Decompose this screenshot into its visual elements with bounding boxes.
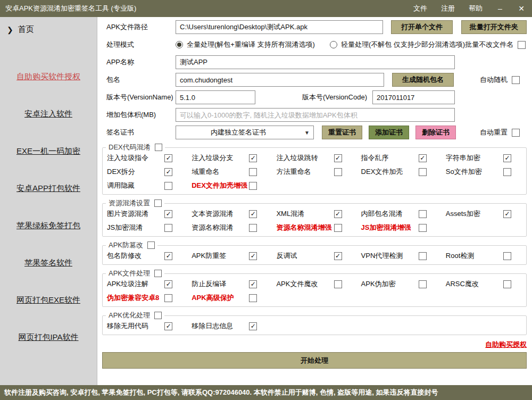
group-file-option-2: APK文件魔改 — [272, 278, 356, 290]
group-opt-enable-checkbox[interactable] — [154, 312, 162, 319]
group-file-option-1-checkbox[interactable] — [249, 280, 257, 288]
group-file-option-6-checkbox[interactable] — [249, 294, 257, 302]
sidebar-item-3[interactable]: 安卓APP打包软件 — [0, 170, 97, 207]
group-res-option-0-checkbox[interactable] — [164, 210, 172, 218]
group-opt-option-0: 移除无用代码 — [103, 320, 187, 332]
menu-item-2[interactable]: 帮助 — [462, 4, 489, 13]
start-process-button[interactable]: 开始处理 — [102, 352, 527, 369]
version-name-input[interactable] — [176, 90, 255, 104]
group-file-option-2-label: APK文件魔改 — [276, 279, 318, 289]
menu-item-1[interactable]: 注册 — [434, 4, 462, 13]
group-opt-option-0-label: 移除无用代码 — [107, 321, 148, 331]
sidebar-item-1[interactable]: 安卓注入软件 — [0, 95, 97, 132]
group-dex-option-0-checkbox[interactable] — [164, 154, 172, 162]
group-dex-title: DEX代码混淆 — [109, 143, 151, 152]
group-tamper-option-1-checkbox[interactable] — [249, 252, 257, 260]
group-file-option-3-checkbox[interactable] — [419, 280, 427, 288]
group-res-option-3-checkbox[interactable] — [419, 210, 427, 218]
minimize-button[interactable]: – — [489, 0, 511, 17]
certificate-selected-value: 内建独立签名证书 — [176, 128, 301, 137]
delete-cert-button[interactable]: 删除证书 — [415, 126, 456, 139]
add-cert-button[interactable]: 添加证书 — [369, 126, 409, 139]
batch-keep-name-label: 批量不改文件名 — [465, 40, 513, 49]
group-res-option-5-checkbox[interactable] — [164, 224, 172, 232]
group-tamper-option-3-checkbox[interactable] — [419, 252, 427, 260]
auto-reset-checkbox[interactable] — [512, 129, 520, 137]
chevron-down-icon: ▼ — [301, 130, 313, 136]
buy-license-link[interactable]: 自助购买授权 — [485, 340, 527, 349]
group-res-option-2-checkbox[interactable] — [334, 210, 342, 218]
group-res-option-8-checkbox[interactable] — [419, 224, 427, 232]
batch-keep-name-checkbox[interactable] — [518, 41, 526, 49]
sidebar-item-0[interactable]: 自助购买软件授权 — [0, 58, 97, 95]
sidebar-item-5[interactable]: 苹果签名软件 — [0, 244, 97, 281]
sidebar-item-7[interactable]: 网页打包IPA软件 — [0, 319, 97, 356]
add-size-input[interactable] — [176, 108, 455, 122]
add-size-row: 增加包体积(MB) — [102, 108, 527, 122]
certificate-select[interactable]: 内建独立签名证书 ▼ — [176, 126, 314, 139]
group-file-option-1: 防止反编译 — [187, 278, 272, 290]
group-tamper-option-2-checkbox[interactable] — [334, 252, 342, 260]
group-file-option-5-checkbox[interactable] — [164, 294, 172, 302]
group-dex-option-5-checkbox[interactable] — [164, 168, 172, 176]
apk-path-input[interactable] — [176, 20, 383, 34]
random-package-button[interactable]: 生成随机包名 — [392, 73, 454, 87]
group-file-option-4: ARSC魔改 — [442, 278, 526, 290]
group-opt-option-0-checkbox[interactable] — [164, 322, 172, 330]
group-file-option-2-checkbox[interactable] — [334, 280, 342, 288]
group-dex-option-10-checkbox[interactable] — [164, 182, 172, 190]
group-tamper-header: APK防篡改 — [106, 241, 157, 249]
open-single-file-button[interactable]: 打开单个文件 — [391, 20, 452, 34]
group-dex-option-8-checkbox[interactable] — [419, 168, 427, 176]
group-file-option-4-checkbox[interactable] — [503, 280, 511, 288]
close-button[interactable]: ✕ — [511, 0, 532, 17]
group-file-enable-checkbox[interactable] — [154, 270, 162, 277]
version-name-label: 版本号(VersionName) — [106, 93, 176, 102]
group-dex-option-11-checkbox[interactable] — [249, 182, 257, 190]
group-dex-option-6-checkbox[interactable] — [249, 168, 257, 176]
group-tamper-option-1-label: APK防重签 — [192, 251, 226, 261]
group-dex-option-3-checkbox[interactable] — [419, 154, 427, 162]
group-tamper-option-4-checkbox[interactable] — [503, 252, 511, 260]
group-dex-option-9-label: So文件加密 — [446, 167, 482, 177]
group-file-option-5: 伪加密兼容安卓8 — [103, 291, 187, 304]
reset-cert-button[interactable]: 重置证书 — [322, 126, 362, 139]
group-res-enable-checkbox[interactable] — [154, 199, 162, 207]
sidebar-item-2[interactable]: EXE一机一码加密 — [0, 132, 97, 170]
group-res-option-4-checkbox[interactable] — [503, 210, 511, 218]
app-name-input[interactable] — [176, 55, 455, 69]
group-tamper-enable-checkbox[interactable] — [147, 241, 155, 249]
group-opt: APK优化处理移除无用代码移除日志信息 — [102, 311, 527, 335]
process-mode-label: 处理模式 — [106, 40, 176, 49]
group-tamper-title: APK防篡改 — [109, 241, 143, 249]
group-res-option-7-checkbox[interactable] — [334, 224, 342, 232]
group-res-option-1-checkbox[interactable] — [249, 210, 257, 218]
group-dex-option-2-checkbox[interactable] — [334, 154, 342, 162]
group-dex-option-6: 域重命名 — [187, 165, 272, 178]
group-opt-option-1-checkbox[interactable] — [249, 322, 257, 330]
group-dex-option-1-checkbox[interactable] — [249, 154, 257, 162]
group-res-option-3: 内部包名混淆 — [357, 207, 442, 220]
package-name-input[interactable] — [176, 73, 384, 87]
group-dex-option-4-checkbox[interactable] — [503, 154, 511, 162]
full-mode-radio[interactable] — [176, 41, 183, 48]
group-file-option-4-label: ARSC魔改 — [446, 279, 479, 289]
group-dex-option-9: So文件加密 — [442, 165, 526, 178]
group-tamper-option-0-checkbox[interactable] — [164, 252, 172, 260]
group-dex-option-7-checkbox[interactable] — [334, 168, 342, 176]
auto-random-checkbox[interactable] — [512, 76, 520, 84]
group-file-option-0-checkbox[interactable] — [164, 280, 172, 288]
open-folder-button[interactable]: 批量打开文件夹 — [461, 20, 527, 34]
sidebar-item-4[interactable]: 苹果绿标免签打包 — [0, 207, 97, 244]
menu-item-0[interactable]: 文件 — [406, 4, 434, 13]
version-code-input[interactable] — [372, 90, 455, 104]
full-mode-label: 全量处理(解包+重编译 支持所有混淆选项) — [187, 40, 315, 49]
group-res-option-5-label: JS加密混淆 — [107, 223, 143, 232]
group-dex-option-9-checkbox[interactable] — [503, 168, 511, 176]
light-mode-radio[interactable] — [330, 41, 337, 48]
group-dex-option-4: 字符串加密 — [442, 152, 526, 164]
group-res-option-6-checkbox[interactable] — [249, 224, 257, 232]
sidebar-item-6[interactable]: 网页打包EXE软件 — [0, 281, 97, 319]
group-dex-enable-checkbox[interactable] — [155, 144, 162, 151]
sidebar-home[interactable]: ❯ 首页 — [0, 17, 97, 35]
